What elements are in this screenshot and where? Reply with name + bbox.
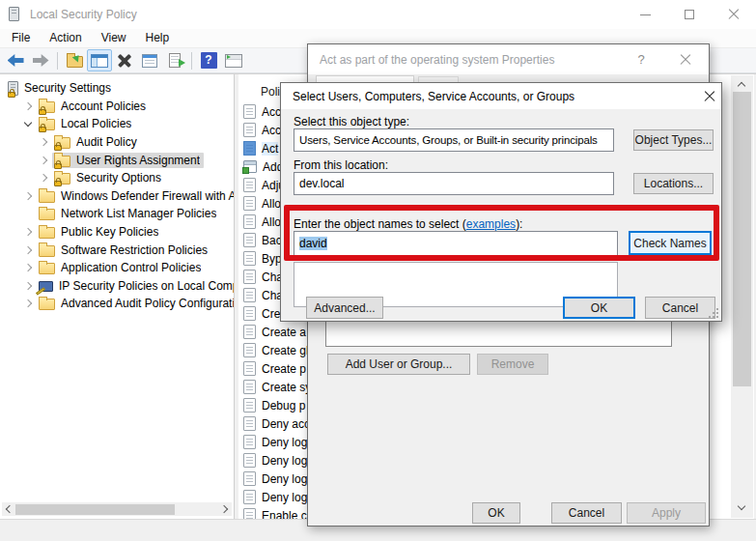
scrollbar-thumb[interactable] [733, 92, 751, 386]
policy-doc-icon [243, 214, 256, 229]
location-field: dev.local [294, 172, 614, 195]
ok-button[interactable]: OK [563, 297, 635, 319]
console-tree-button[interactable] [87, 49, 112, 71]
scroll-up-icon[interactable] [738, 80, 746, 89]
close-button[interactable] [671, 44, 700, 74]
close-button[interactable] [695, 83, 723, 109]
local-security-policy-window: Local Security Policy FileActionViewHelp… [0, 0, 756, 541]
resize-grip[interactable] [710, 309, 718, 318]
examples-link[interactable]: examples [466, 217, 516, 231]
policy-doc-icon [243, 141, 256, 156]
folder-icon [39, 227, 55, 239]
tree-expander[interactable] [21, 229, 37, 235]
policy-doc-icon [243, 416, 256, 431]
tree-item-audit-policy[interactable]: Audit Policy [0, 133, 234, 152]
minimize-button[interactable] [626, 0, 664, 29]
tree-row-content: Security Settings [6, 80, 115, 97]
policy-doc-icon [243, 104, 256, 119]
back-button[interactable] [3, 49, 28, 71]
ok-button[interactable]: OK [472, 502, 520, 524]
tree-item-security-options[interactable]: Security Options [0, 169, 234, 187]
tree-expander[interactable] [37, 175, 52, 181]
tree-item-label: Application Control Policies [61, 261, 201, 274]
lock-overlay-icon [39, 109, 46, 115]
scroll-left-icon[interactable] [4, 505, 13, 514]
tree-item-public-key-policies[interactable]: Public Key Policies [0, 223, 234, 242]
object-names-input[interactable]: david [294, 231, 618, 256]
tree-item-account-policies[interactable]: Account Policies [0, 98, 234, 116]
tree-horizontal-scrollbar[interactable] [2, 502, 232, 516]
scrollbar-thumb[interactable] [15, 504, 175, 515]
tree-item-label: Network List Manager Policies [61, 207, 216, 220]
selected-text: david [299, 237, 327, 250]
toolbar-separator [57, 52, 58, 70]
tree-expander[interactable] [21, 265, 37, 270]
locations-button[interactable]: Locations... [633, 173, 714, 194]
tree-item-windows-defender-firewall-with-adva[interactable]: Windows Defender Firewall with Adva [0, 187, 234, 206]
action-pane-button[interactable] [221, 49, 246, 71]
export-list-button[interactable] [162, 49, 187, 71]
properties-button[interactable] [137, 49, 162, 71]
tree-item-network-list-manager-policies[interactable]: Network List Manager Policies [0, 205, 234, 223]
up-one-level-button[interactable] [62, 49, 87, 71]
tree-item-label: Audit Policy [76, 135, 137, 149]
list-vertical-scrollbar[interactable] [731, 75, 753, 518]
tree-expander[interactable] [21, 193, 37, 199]
tree-item-application-control-policies[interactable]: Application Control Policies [0, 259, 234, 277]
back-icon [8, 54, 24, 67]
advanced-button[interactable]: Advanced... [306, 297, 383, 319]
menu-view[interactable]: View [92, 29, 136, 47]
folder-icon [39, 191, 55, 203]
forward-button[interactable] [28, 49, 53, 71]
policy-item-label: Create sy [262, 381, 311, 394]
tree-expander[interactable] [37, 139, 52, 145]
close-button[interactable] [714, 0, 753, 29]
location-label: From this location: [294, 158, 388, 172]
policy-doc-icon [243, 508, 256, 519]
help-button[interactable]: ? [196, 49, 221, 71]
tree-expander[interactable] [37, 157, 52, 163]
tree-row-content: Account Policies [37, 99, 150, 114]
forward-icon [33, 54, 49, 67]
cancel-button[interactable]: Cancel [645, 297, 715, 319]
object-types-button[interactable]: Object Types... [633, 129, 714, 151]
menu-file[interactable]: File [2, 29, 40, 47]
close-icon [680, 54, 691, 66]
maximize-button[interactable] [670, 0, 709, 29]
tree-expander[interactable] [21, 103, 37, 109]
tree-item-label: Account Policies [61, 100, 146, 113]
help-icon: ? [201, 52, 217, 69]
tree-item-security-settings[interactable]: Security Settings [0, 79, 234, 98]
policy-item-label: Create a [262, 326, 306, 339]
folder-icon [39, 299, 55, 310]
delete-button[interactable] [112, 49, 137, 71]
cancel-button[interactable]: Cancel [551, 502, 622, 524]
policy-item-label: Deny log [262, 436, 307, 449]
tree-item-local-policies[interactable]: Local Policies [0, 115, 234, 133]
tree-item-ip-security-policies-on-local-compute[interactable]: IP Security Policies on Local Compute [0, 277, 234, 296]
scroll-right-icon[interactable] [221, 505, 230, 514]
menu-action[interactable]: Action [40, 29, 91, 47]
help-button[interactable]: ? [628, 44, 655, 74]
menu-help[interactable]: Help [136, 29, 180, 47]
policy-item-label: Deny log [262, 472, 307, 486]
check-names-button[interactable]: Check Names [629, 231, 712, 255]
scroll-down-icon[interactable] [738, 503, 746, 512]
tree-expander[interactable] [21, 123, 37, 126]
tree-expander[interactable] [21, 283, 37, 289]
lock-overlay-icon [54, 181, 62, 186]
chevron-right-icon [24, 102, 32, 110]
tree-item-advanced-audit-policy-configuration[interactable]: Advanced Audit Policy Configuration [0, 295, 234, 313]
chevron-right-icon [40, 174, 47, 182]
policy-doc-icon [243, 325, 256, 339]
tree-expander[interactable] [21, 247, 37, 253]
chevron-right-icon [24, 282, 32, 290]
tree-item-user-rights-assignment[interactable]: User Rights Assignment [0, 151, 234, 169]
policy-doc-icon [243, 270, 256, 284]
lock-overlay-icon [54, 145, 62, 151]
policy-doc-icon [243, 288, 256, 302]
apply-button: Apply [627, 502, 706, 524]
tree-item-software-restriction-policies[interactable]: Software Restriction Policies [0, 241, 234, 259]
tree-expander[interactable] [21, 300, 37, 306]
add-user-or-group-button[interactable]: Add User or Group... [327, 354, 470, 375]
